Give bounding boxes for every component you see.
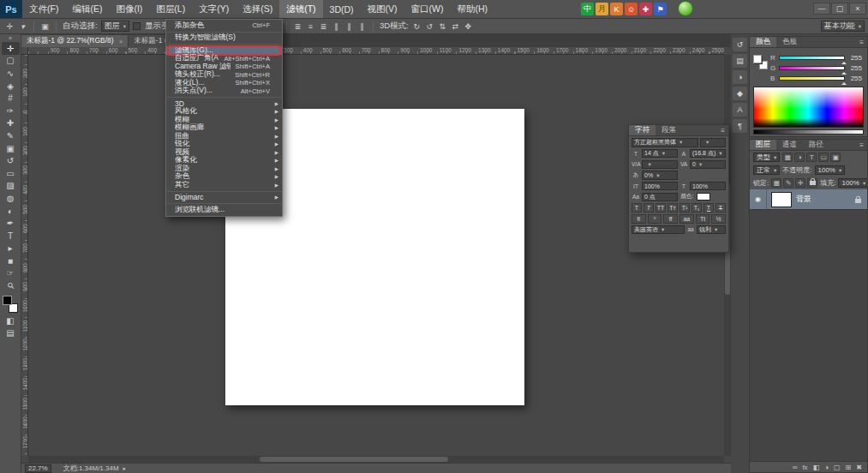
character-panel-icon[interactable]: A (733, 103, 747, 117)
history-brush-tool[interactable]: ↺ (2, 154, 20, 167)
slider-marker[interactable] (841, 80, 847, 85)
filter-menu-item[interactable]: 转换为智能滤镜(S) (166, 34, 282, 43)
small-caps-button[interactable]: Tт (667, 203, 678, 213)
filter-pixel-layers-icon[interactable]: ▦ (782, 153, 793, 162)
show-transform-checkbox[interactable] (133, 22, 141, 30)
dodge-tool[interactable]: ◐ (2, 205, 20, 218)
new-layer-icon[interactable]: ⊞ (846, 462, 852, 473)
horizontal-scale-field[interactable]: 100% (690, 182, 726, 191)
channel-value[interactable]: 255 (847, 54, 862, 62)
ime-language-icon[interactable]: 中 (581, 3, 594, 15)
menubar-item[interactable]: 图像(I) (109, 0, 149, 18)
font-size-dropdown[interactable]: 14 点▾ (642, 149, 678, 159)
filter-menu-item[interactable]: 添加杂色Ctrl+F (166, 21, 282, 30)
document-tab[interactable]: 未标题-1 @ 22.7%(RGB/8)× (21, 35, 129, 47)
slider-marker[interactable] (841, 59, 847, 64)
font-family-dropdown[interactable]: 方正超粗黑简体▾ (632, 138, 698, 147)
blur-tool[interactable]: ◍ (2, 192, 20, 205)
channel-value[interactable]: 255 (847, 75, 862, 82)
panel-tab[interactable]: 段落 (655, 125, 682, 135)
panel-tab[interactable]: 字符 (629, 125, 655, 135)
tracking-dropdown[interactable]: 0▾ (690, 160, 726, 170)
brush-tool[interactable]: ✎ (2, 129, 20, 142)
panel-tab[interactable]: 通道 (776, 140, 803, 150)
restore-button[interactable]: ▢ (831, 3, 848, 15)
vertical-ruler[interactable]: 2001000100200300400500600700800900100011… (21, 55, 28, 456)
ligatures-button[interactable]: fi (632, 214, 646, 224)
horizontal-scrollbar[interactable] (28, 456, 724, 463)
filter-menu-item[interactable]: 其它▶ (166, 181, 282, 189)
titling-button[interactable]: Tt (696, 214, 710, 224)
slider-marker[interactable] (841, 69, 847, 75)
menubar-item[interactable]: 视图(V) (361, 0, 404, 18)
pen-tool[interactable]: ✒ (2, 217, 20, 230)
fractions-button[interactable]: ½ (711, 214, 726, 224)
panel-color-swatches[interactable] (753, 55, 768, 69)
underline-button[interactable]: T (703, 203, 714, 213)
kerning-dropdown[interactable]: ▾ (642, 160, 678, 170)
swash-button[interactable]: ff (663, 214, 678, 224)
menubar-item[interactable]: 窗口(W) (404, 0, 451, 18)
status-popup-arrow-icon[interactable]: ▸ (123, 465, 127, 472)
text-color-swatch[interactable] (697, 193, 710, 201)
panel-menu-icon[interactable]: ≡ (856, 140, 867, 150)
faux-bold-button[interactable]: T (632, 203, 642, 213)
screen-recorder-badge[interactable] (678, 1, 693, 16)
clone-stamp-tool[interactable]: ▣ (2, 142, 20, 155)
ime-keyboard-icon[interactable]: K (610, 3, 623, 15)
type-tool[interactable]: T (2, 230, 20, 242)
tool-preset-icon[interactable]: ▣ (39, 21, 51, 32)
auto-select-dropdown[interactable]: 图层▾ (101, 21, 129, 32)
adjustments-panel-icon[interactable]: ◑ (733, 70, 747, 84)
color-spectrum[interactable] (753, 87, 864, 128)
menubar-item[interactable]: 文件(F) (22, 0, 65, 18)
panel-tab[interactable]: 图层 (750, 140, 776, 150)
opacity-dropdown[interactable]: 100%▾ (815, 165, 846, 175)
panel-tab[interactable]: 颜色 (750, 37, 776, 47)
filter-smart-objects-icon[interactable]: ▣ (830, 153, 841, 162)
distribute-v-center-icon[interactable]: ≡ (305, 21, 316, 32)
channel-slider[interactable] (779, 56, 845, 60)
filter-menu-item[interactable]: 消失点(V)...Alt+Ctrl+V (166, 87, 282, 96)
screen-mode-button[interactable]: ▤ (2, 326, 20, 339)
crop-tool[interactable]: # (2, 92, 20, 105)
panel-tab[interactable]: 路径 (803, 140, 829, 150)
lock-pixels-icon[interactable]: ✎ (783, 178, 793, 188)
menubar-item[interactable]: 帮助(H) (451, 0, 495, 18)
distribute-bottom-icon[interactable]: ≣ (318, 21, 329, 32)
path-selection-tool[interactable]: ▸ (2, 242, 20, 255)
filter-type-layers-icon[interactable]: T (806, 153, 817, 162)
3d-scale-icon[interactable]: ✥ (463, 21, 474, 32)
menubar-item[interactable]: 3D(D) (323, 0, 361, 18)
vertical-scale-field[interactable]: 100% (642, 182, 678, 191)
paragraph-panel-icon[interactable]: ¶ (733, 119, 747, 133)
blend-mode-dropdown[interactable]: 正常▾ (753, 165, 780, 175)
gradient-tool[interactable]: ▨ (2, 180, 20, 193)
foreground-color-swatch[interactable] (3, 296, 12, 305)
filter-adjustment-layers-icon[interactable]: ◑ (794, 153, 805, 162)
adjustment-layer-icon[interactable]: ◑ (824, 462, 829, 473)
distribute-top-icon[interactable]: ≣ (292, 21, 303, 32)
panel-tab[interactable]: 色板 (776, 37, 803, 47)
ime-flag-icon[interactable]: ⚑ (654, 3, 667, 15)
distribute-h-center-icon[interactable]: ∥ (344, 21, 355, 32)
distribute-left-icon[interactable]: ∥ (331, 21, 342, 32)
channel-value[interactable]: 255 (847, 64, 862, 72)
faux-italic-button[interactable]: T (644, 203, 654, 213)
anti-alias-dropdown[interactable]: 锐利▾ (697, 225, 726, 235)
filter-menu-item[interactable]: Digimarc▶ (166, 194, 282, 202)
lock-transparency-icon[interactable]: ▦ (771, 178, 781, 188)
move-tool[interactable]: ✛ (2, 42, 20, 55)
close-button[interactable]: × (849, 3, 866, 15)
horizontal-ruler[interactable]: 9008007006005004003002001000100200300400… (28, 47, 724, 55)
menubar-item[interactable]: 编辑(E) (65, 0, 109, 18)
distribute-right-icon[interactable]: ∥ (356, 21, 368, 32)
menubar-item[interactable]: 滤镜(T) (279, 0, 322, 18)
toolbar-collapse-icon[interactable]: » (9, 35, 12, 42)
healing-brush-tool[interactable]: ✚ (2, 117, 20, 130)
horizontal-scrollbar-thumb[interactable] (260, 457, 448, 462)
menubar-item[interactable]: 文字(Y) (192, 0, 236, 18)
link-layers-icon[interactable]: ∞ (793, 462, 798, 473)
ime-mode-icon[interactable]: 月 (596, 3, 608, 15)
strikethrough-button[interactable]: T (715, 203, 726, 213)
